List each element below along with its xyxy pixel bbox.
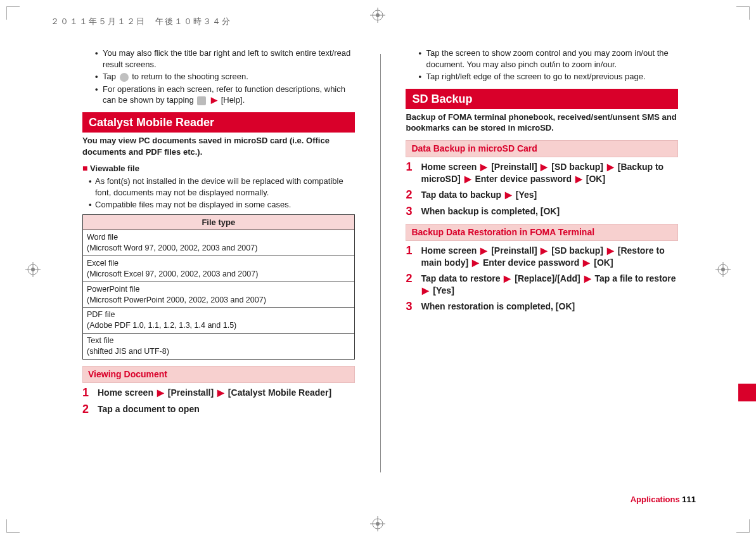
step-body: Tap data to backup ▶ [Yes] [421, 189, 537, 202]
step-number: 1 [406, 161, 421, 185]
table-row: Excel file(Microsoft Excel 97, 2000, 200… [83, 256, 355, 282]
right-column: Tap the screen to show zoom control and … [406, 48, 678, 472]
footer-page-number: 111 [682, 495, 696, 504]
section-intro: You may view PC documents saved in micro… [82, 135, 355, 157]
step-body: When backup is completed, [OK] [421, 205, 560, 218]
bullet-item: Tap to return to the shooting screen. [103, 71, 355, 82]
registration-mark-right [715, 262, 731, 277]
section-heading-catalyst: Catalyst Mobile Reader [82, 112, 355, 133]
step-number: 3 [406, 301, 421, 313]
page-footer: Applications 111 [631, 495, 696, 504]
file-type-table: File type Word file(Microsoft Word 97, 2… [82, 214, 355, 360]
svg-point-3 [376, 13, 380, 17]
left-column: You may also flick the title bar right a… [82, 48, 355, 472]
step-number: 2 [82, 403, 98, 416]
right-top-bullets: Tap the screen to show zoom control and … [406, 48, 678, 82]
subsection-backup-restoration: Backup Data Restoration in FOMA Terminal [406, 224, 678, 241]
table-row: PowerPoint file(Microsoft PowerPoint 200… [83, 282, 355, 308]
camera-return-icon [120, 73, 129, 82]
bullet-item: Compatible files may not be displayed in… [89, 199, 355, 211]
step-body: Home screen ▶ [Preinstall] ▶ [SD backup]… [421, 161, 678, 185]
step-body: When restoration is completed, [OK] [421, 301, 575, 313]
registration-mark-bottom [370, 516, 385, 531]
side-tab-marker [738, 384, 756, 401]
bullet-item: You may also flick the title bar right a… [103, 48, 355, 70]
step-body: Home screen ▶ [Preinstall] ▶ [SD backup]… [421, 245, 678, 269]
crop-mark-br [736, 519, 750, 533]
steps-viewing-document: 1Home screen ▶ [Preinstall] ▶ [Catalyst … [82, 387, 355, 416]
page-content: You may also flick the title bar right a… [82, 48, 678, 472]
step-body: Tap a document to open [98, 403, 200, 416]
step-number: 3 [406, 205, 421, 218]
step-number: 1 [82, 387, 98, 399]
section-intro: Backup of FOMA terminal phonebook, recei… [406, 112, 678, 134]
viewable-file-heading: ■ Viewable file [82, 162, 355, 174]
steps-data-backup: 1Home screen ▶ [Preinstall] ▶ [SD backup… [406, 161, 678, 218]
crop-mark-tl [6, 6, 20, 20]
bullet-item: Tap right/left edge of the screen to go … [426, 71, 678, 82]
bullet-item: As font(s) not installed in the device w… [89, 176, 355, 198]
table-row: Text file(shifted JIS and UTF-8) [83, 334, 355, 360]
step-number: 1 [406, 245, 421, 269]
step-body: Home screen ▶ [Preinstall] ▶ [Catalyst M… [98, 387, 331, 399]
crop-mark-bl [6, 519, 20, 533]
left-top-bullets: You may also flick the title bar right a… [82, 48, 355, 106]
bullet-item: For operations in each screen, refer to … [103, 84, 355, 106]
step-number: 2 [406, 273, 421, 297]
svg-point-7 [376, 522, 380, 526]
table-row: Word file(Microsoft Word 97, 2000, 2002,… [83, 230, 355, 256]
bullet-item: Tap the screen to show zoom control and … [426, 48, 678, 70]
registration-mark-top [370, 8, 385, 23]
step-body: Tap data to restore ▶ [Replace]/[Add] ▶ … [421, 273, 678, 297]
table-header: File type [83, 214, 355, 230]
section-heading-sd-backup: SD Backup [406, 89, 678, 109]
crop-mark-tr [736, 6, 750, 20]
step-number: 2 [406, 189, 421, 202]
table-row: PDF file(Adobe PDF 1.0, 1.1, 1.2, 1.3, 1… [83, 308, 355, 334]
footer-category: Applications [631, 495, 680, 504]
subsection-data-backup: Data Backup in microSD Card [406, 140, 678, 157]
subsection-viewing-document: Viewing Document [82, 366, 355, 383]
svg-point-15 [721, 268, 725, 271]
registration-mark-left [25, 262, 41, 277]
print-datetime: ２０１１年５月１２日 午後１０時３４分 [51, 16, 231, 27]
steps-backup-restoration: 1Home screen ▶ [Preinstall] ▶ [SD backup… [406, 245, 678, 313]
menu-icon [197, 96, 206, 105]
column-divider [380, 54, 381, 472]
viewable-bullets: As font(s) not installed in the device w… [82, 176, 355, 211]
svg-point-11 [31, 268, 35, 271]
